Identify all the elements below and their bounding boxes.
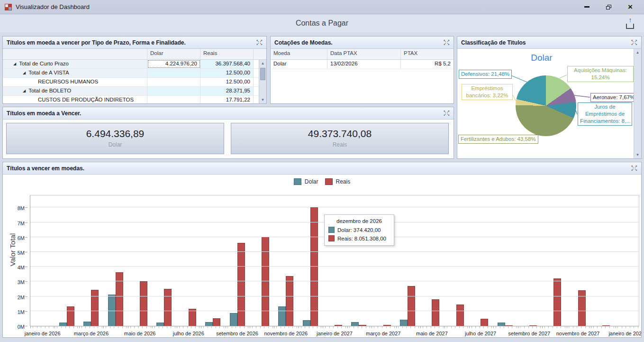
quotes-col-ptax[interactable]: PTAX	[401, 49, 454, 59]
bar-reais[interactable]	[383, 325, 391, 326]
bar-reais[interactable]	[505, 325, 513, 326]
bar-reais[interactable]	[335, 325, 342, 326]
bar-reais[interactable]	[237, 243, 245, 326]
restore-button[interactable]	[603, 2, 614, 12]
quotes-col-moeda[interactable]: Moeda	[271, 49, 327, 59]
pie-chart[interactable]	[516, 75, 576, 136]
bar-reais[interactable]	[553, 278, 561, 326]
bar-dolar[interactable]	[230, 313, 237, 326]
bar-reais[interactable]	[481, 319, 488, 326]
minimize-button[interactable]	[581, 2, 592, 12]
tree-col-name[interactable]	[3, 49, 147, 59]
x-axis-label: maio de 2026	[124, 331, 156, 336]
cell-reais[interactable]: 12.500,00	[200, 69, 254, 77]
cell-reais[interactable]: 12.500,00	[200, 78, 254, 86]
maximize-panel-icon[interactable]: ↖↗↙↘	[256, 40, 263, 46]
pie-callout-label: Defensivos: 21,48%	[459, 70, 512, 79]
maximize-panel-icon[interactable]: ↖↗↙↘	[444, 40, 450, 46]
cell-moeda[interactable]: Dolar	[271, 60, 327, 69]
pie-callout-label: Juros deEmpréstimos deFinanciamentos: 8,…	[578, 102, 632, 126]
legend-item-reais[interactable]: Reais	[325, 178, 351, 185]
bar-reais[interactable]	[116, 272, 123, 326]
scroll-up-icon[interactable]: ▲	[634, 49, 641, 56]
chart-legend: DolarReais	[3, 178, 641, 185]
panel-bars-title: Títulos a vencer em moedas.	[7, 165, 84, 172]
bar-reais[interactable]	[602, 325, 610, 326]
dashboard-viewer-window: Visualizador de Dashboard × Contas a Pag…	[0, 0, 644, 342]
cell-reais[interactable]: 36.397.568,40	[200, 60, 254, 68]
cell-dolar[interactable]	[147, 96, 200, 103]
scroll-down-icon[interactable]: ▼	[634, 151, 641, 158]
bar-reais[interactable]	[286, 276, 293, 326]
scroll-down-icon[interactable]: ▼	[259, 96, 266, 103]
window-title: Visualizador de Dashboard	[16, 3, 90, 10]
tree-col-dolar[interactable]: Dolar	[147, 49, 200, 59]
maximize-panel-icon[interactable]: ↖↗↙↘	[631, 166, 637, 171]
table-row[interactable]: ◢Total de BOLETO28.371,95	[3, 87, 266, 96]
cell-dolar[interactable]: 4.224.976,20	[147, 60, 200, 68]
bar-dolar[interactable]	[205, 322, 213, 326]
cell-reais[interactable]: 28.371,95	[200, 87, 254, 95]
tree-node-label[interactable]: ◢Total de A VISTA	[3, 69, 147, 77]
bar-reais[interactable]	[140, 281, 147, 326]
cell-dolar[interactable]	[147, 69, 200, 77]
month-group	[395, 195, 419, 326]
tree-col-reais[interactable]: Reais	[200, 49, 254, 59]
bar-reais[interactable]	[91, 290, 99, 326]
close-button[interactable]: ×	[625, 2, 635, 12]
quotes-col-dataptax[interactable]: Data PTAX	[327, 49, 401, 59]
scroll-up-icon[interactable]: ▲	[259, 60, 266, 67]
month-group: julho de 2026	[176, 195, 200, 326]
expander-icon[interactable]: ◢	[13, 62, 16, 66]
table-row[interactable]: ◢Total de A VISTA12.500,00	[3, 69, 266, 78]
bar-reais[interactable]	[213, 318, 220, 326]
month-group	[249, 195, 273, 326]
cell-dolar[interactable]	[147, 78, 200, 86]
panel-totals-title: Títulos em moeda a Vencer.	[7, 110, 81, 117]
y-tick-label: 2M	[9, 295, 25, 300]
bar-dolar[interactable]	[59, 323, 67, 326]
tree-node-label[interactable]: ◢Total de Curto Prazo	[3, 60, 147, 68]
bar-reais[interactable]	[359, 325, 366, 326]
expander-icon[interactable]: ◢	[23, 71, 26, 75]
table-row[interactable]: CUSTOS DE PRODUÇÃO INDIRETOS17.791,22	[3, 96, 266, 103]
pie-scrollbar[interactable]: ▲ ▼	[634, 49, 641, 158]
bar-reais[interactable]	[67, 306, 74, 326]
bar-dolar[interactable]	[400, 320, 408, 326]
table-row[interactable]: Dolar13/02/2026R$ 5,2	[271, 60, 454, 69]
pie-callout-label: Fertilizantes e Adubos: 43,58%	[458, 135, 538, 144]
minimize-icon	[584, 6, 590, 8]
bar-dolar[interactable]	[351, 322, 359, 326]
cell-dataptax[interactable]: 13/02/2026	[327, 60, 401, 69]
cell-reais[interactable]: 17.791,22	[200, 96, 254, 103]
cell-ptax[interactable]: R$ 5,2	[401, 60, 454, 69]
bar-reais[interactable]	[529, 325, 537, 326]
cell-dolar[interactable]	[147, 87, 200, 95]
bar-reais[interactable]	[164, 289, 172, 326]
maximize-panel-icon[interactable]: ↖↗↙↘	[631, 40, 637, 46]
bar-dolar[interactable]	[278, 306, 286, 326]
bar-dolar[interactable]	[156, 323, 164, 326]
bar-dolar[interactable]	[83, 322, 91, 326]
month-group: janeiro de 2026	[30, 195, 54, 326]
maximize-panel-icon[interactable]: ↖↗↙↘	[444, 111, 450, 116]
export-button[interactable]: ↑	[624, 18, 636, 30]
bar-reais[interactable]	[408, 286, 415, 326]
expander-icon[interactable]: ◢	[23, 89, 26, 93]
bar-reais[interactable]	[432, 299, 439, 326]
month-group: maio de 2027	[420, 195, 444, 326]
month-group	[493, 195, 517, 326]
bar-reais[interactable]	[189, 309, 196, 326]
table-row[interactable]: RECURSOS HUMANOS12.500,00	[3, 78, 266, 87]
tree-node-label[interactable]: CUSTOS DE PRODUÇÃO INDIRETOS	[3, 96, 147, 103]
scroll-thumb[interactable]	[260, 68, 265, 80]
bar-dolar[interactable]	[498, 323, 505, 326]
tree-node-label[interactable]: RECURSOS HUMANOS	[3, 78, 147, 86]
table-row[interactable]: ◢Total de Curto Prazo4.224.976,2036.397.…	[3, 60, 266, 69]
tree-scrollbar[interactable]: ▲ ▼	[259, 60, 266, 103]
bar-dolar[interactable]	[303, 320, 310, 326]
bar-reais[interactable]	[456, 305, 464, 326]
tree-node-label[interactable]: ◢Total de BOLETO	[3, 87, 147, 95]
panel-bars: Títulos a vencer em moedas. ↖↗↙↘ DolarRe…	[2, 162, 642, 338]
legend-item-dolar[interactable]: Dolar	[294, 178, 318, 185]
